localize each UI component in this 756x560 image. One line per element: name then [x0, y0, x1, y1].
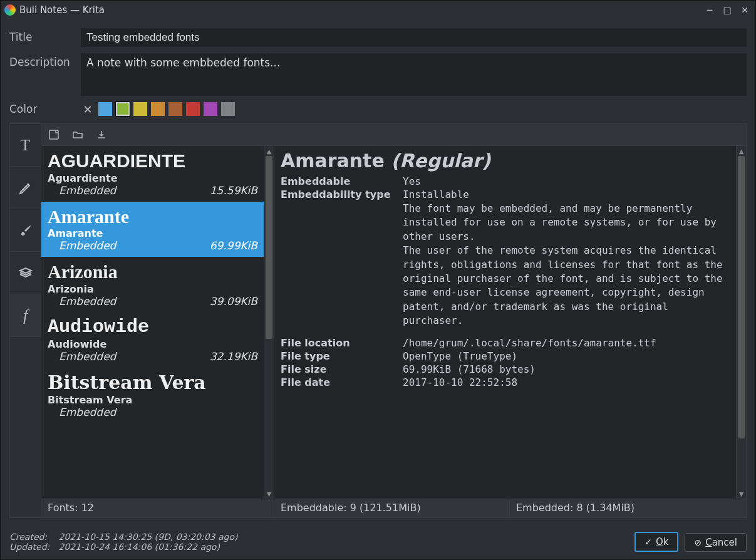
check-icon: ✓ — [645, 537, 652, 547]
color-swatch[interactable] — [151, 102, 165, 116]
status-embedded: Embedded: 8 (1.34MiB) — [510, 499, 746, 517]
tab-text[interactable]: T — [10, 124, 41, 167]
font-size: 39.09KiB — [210, 295, 257, 308]
minimize-button[interactable]: ─ — [703, 3, 717, 17]
font-list-scrollbar[interactable]: ▲ ▼ — [264, 146, 274, 499]
maximize-button[interactable]: □ — [720, 3, 734, 17]
title-input[interactable] — [81, 28, 747, 47]
embed-desc-2: The user of the remote system acquires t… — [403, 244, 730, 328]
color-label: Color — [9, 103, 73, 115]
tab-draw[interactable] — [10, 167, 41, 209]
tab-brush[interactable] — [10, 209, 41, 252]
prohibit-icon: ⊘ — [694, 537, 702, 547]
cancel-button[interactable]: ⊘ CancelCancel — [685, 533, 747, 552]
updated-value: 2021-10-24 16:14:06 (01:36:22 ago) — [58, 542, 219, 552]
color-swatch[interactable] — [98, 102, 112, 116]
font-name: Bitstream Vera — [48, 394, 257, 406]
created-label: Created: — [9, 532, 56, 542]
font-list-item[interactable]: AudiowideAudiowideEmbedded32.19KiB — [41, 313, 264, 368]
color-swatch[interactable] — [133, 102, 147, 116]
font-name: Arizonia — [48, 283, 257, 295]
font-details: Amarante (Regular) EmbeddableYes Embedda… — [274, 146, 736, 499]
details-scrollbar[interactable]: ▲ ▼ — [736, 146, 746, 499]
status-fonts: Fonts: 12 — [41, 499, 274, 517]
updated-label: Updated: — [9, 542, 56, 552]
embed-desc-1: The font may be embedded, and may be per… — [403, 202, 730, 244]
description-label: Description — [9, 53, 73, 68]
file-date-label: File date — [281, 376, 403, 388]
font-preview: Amarante — [48, 207, 257, 227]
note-icon[interactable] — [48, 128, 60, 141]
status-embeddable: Embeddable: 9 (121.51MiB) — [274, 499, 510, 517]
color-swatch[interactable] — [186, 102, 200, 116]
font-name: Amarante — [48, 227, 257, 239]
font-list[interactable]: AGUARDIENTEAguardienteEmbedded15.59KiBAm… — [41, 146, 264, 499]
timestamps: Created: 2021-10-15 14:30:25 (9D, 03:20:… — [9, 532, 628, 552]
embed-type-value: Installable — [403, 189, 730, 200]
tab-fonts[interactable]: f — [10, 294, 41, 337]
window-title: Buli Notes — Krita — [19, 4, 699, 16]
font-state: Embedded — [59, 184, 116, 197]
created-value: 2021-10-15 14:30:25 (9D, 03:20:03 ago) — [58, 532, 237, 542]
folder-icon[interactable] — [71, 128, 84, 141]
close-button[interactable]: ✕ — [738, 3, 752, 17]
font-detail-title: Amarante (Regular) — [281, 150, 730, 172]
download-icon[interactable] — [95, 128, 108, 141]
font-list-item[interactable]: ArizoniaArizoniaEmbedded39.09KiB — [41, 257, 264, 313]
font-list-item[interactable]: AGUARDIENTEAguardienteEmbedded15.59KiB — [41, 146, 264, 202]
font-state: Embedded — [59, 239, 116, 252]
font-list-item[interactable]: AmaranteAmaranteEmbedded69.99KiB — [41, 202, 264, 257]
color-swatch[interactable] — [204, 102, 217, 116]
font-size: 69.99KiB — [210, 239, 257, 252]
file-location-label: File location — [281, 337, 403, 349]
font-toolbar — [41, 124, 746, 145]
font-preview: AGUARDIENTE — [48, 151, 257, 171]
pencil-icon — [18, 180, 33, 195]
titlebar: Buli Notes — Krita ─ □ ✕ — [1, 1, 755, 19]
color-swatch[interactable] — [168, 102, 182, 116]
file-size-value: 69.99KiB (71668 bytes) — [403, 363, 730, 375]
font-size: 15.59KiB — [210, 184, 257, 197]
scroll-up-icon[interactable]: ▲ — [737, 146, 746, 156]
no-color-icon[interactable]: ✕ — [81, 102, 95, 116]
embeddable-label: Embeddable — [281, 175, 403, 187]
file-location-value: /home/grum/.local/share/fonts/amarante.t… — [403, 337, 730, 349]
font-name: Aguardiente — [48, 172, 257, 184]
font-state: Embedded — [59, 350, 116, 363]
font-preview: Arizonia — [48, 262, 257, 282]
font-preview: Bitstream Vera — [48, 373, 257, 393]
file-date-value: 2017-10-10 22:52:58 — [403, 376, 730, 388]
description-input[interactable]: A note with some embbeded fonts... — [81, 53, 747, 96]
svg-rect-0 — [49, 130, 58, 139]
ok-button[interactable]: ✓ OOkk — [634, 532, 678, 552]
file-type-label: File type — [281, 350, 403, 362]
file-type-value: OpenType (TrueType) — [403, 350, 730, 362]
color-swatches: ✕ — [81, 102, 235, 116]
brush-icon — [18, 223, 33, 238]
scroll-down-icon[interactable]: ▼ — [737, 489, 746, 499]
embeddable-value: Yes — [403, 175, 730, 187]
font-name: Audiowide — [48, 338, 257, 350]
font-state: Embedded — [59, 406, 116, 418]
embed-type-label: Embeddability type — [281, 189, 403, 200]
font-size: 32.19KiB — [210, 350, 257, 363]
title-label: Title — [9, 28, 73, 43]
app-icon — [4, 4, 16, 16]
font-state: Embedded — [59, 295, 116, 308]
layers-icon — [18, 266, 33, 281]
color-swatch[interactable] — [221, 102, 235, 116]
tab-layers[interactable] — [10, 252, 41, 294]
scroll-down-icon[interactable]: ▼ — [264, 489, 274, 499]
font-preview: Audiowide — [48, 318, 257, 338]
color-swatch[interactable] — [116, 102, 130, 116]
scroll-up-icon[interactable]: ▲ — [264, 146, 274, 156]
file-size-label: File size — [281, 363, 403, 375]
font-list-item[interactable]: Bitstream VeraBitstream VeraEmbedded — [41, 368, 264, 423]
